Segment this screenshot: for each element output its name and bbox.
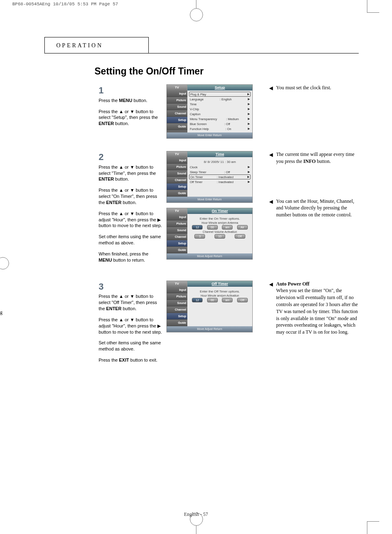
arrow-right-icon: ▶ <box>248 98 250 101</box>
note-4: ◀ Auto Power Off When you set the timer … <box>269 281 360 336</box>
osd-tv-label: TV <box>167 85 187 91</box>
step-number: 3 <box>99 281 162 293</box>
text: button to return. <box>112 258 145 262</box>
step-1-row: 1 Press the MENU button. Press the ▲ or … <box>41 84 366 139</box>
osd-side-sound: Sound <box>167 170 187 177</box>
osd-on-timer: TV On Timer Input Picture Sound Channel … <box>166 208 253 260</box>
text: button. <box>114 176 129 181</box>
osd-datetime: 8/ 8/ 2005/ 11 : 30 am <box>189 158 251 165</box>
step-3-row: 3 Press the ▲ or ▼ button to select "Off… <box>41 281 366 368</box>
arrow-right-icon: ▶ <box>248 112 250 116</box>
osd-side-input: Input <box>167 157 187 164</box>
osd-title: Time <box>187 151 252 157</box>
arrow-right-icon: ▶ <box>248 180 250 183</box>
text: ENTER <box>99 121 114 126</box>
osd-col-head: Channel Volume Activation <box>189 230 251 233</box>
osd-off-timer: TV Off Timer Input Picture Sound Channel… <box>166 281 253 332</box>
text: When finished, press the <box>99 251 148 256</box>
text: Press the <box>99 98 119 103</box>
note-text: You can set the Hour, Minute, Channel, a… <box>276 198 360 218</box>
text: ENTER <box>106 306 121 311</box>
arrow-right-icon: ▶ <box>248 127 250 130</box>
text: Press the ▲ or ▼ button to select "Time"… <box>99 165 156 176</box>
arrow-right-icon: ▶ <box>248 107 250 111</box>
osd-side-sound: Sound <box>167 227 187 234</box>
osd-side-setup: Setup <box>167 117 187 123</box>
arrow-right-icon: ▶ <box>248 122 250 125</box>
osd-side-picture: Picture <box>167 293 187 300</box>
text: Press the ▲ or ▼ button to select "Setup… <box>99 109 158 120</box>
osd-activation: Off <box>237 298 248 302</box>
osd-sidebar: Input Picture Sound Channel Setup Guide <box>167 157 187 197</box>
osd-side-input: Input <box>167 91 187 97</box>
text: Press the <box>99 358 119 362</box>
osd-side-picture: Picture <box>167 164 187 170</box>
step-number: 1 <box>99 84 162 97</box>
step-number: 2 <box>99 151 162 163</box>
step-3-text: 3 Press the ▲ or ▼ button to select "Off… <box>99 281 162 368</box>
text: button. <box>122 200 137 205</box>
osd-prompt: Enter the Off Timer options. <box>189 288 251 294</box>
osd-item: Function Help <box>190 127 209 131</box>
osd-side-channel: Channel <box>167 234 187 240</box>
osd-side-picture: Picture <box>167 221 187 227</box>
arrow-right-icon: ▶ <box>248 102 250 106</box>
osd-footer: Move Adjust Return <box>167 253 252 259</box>
osd-side-picture: Picture <box>167 97 187 104</box>
pointer-left-icon: ◀ <box>269 198 273 218</box>
text: Press the ▲ or ▼ button to adjust "Hour"… <box>99 211 162 229</box>
osd-time-menu: TV Time Input Picture Sound Channel Setu… <box>166 151 253 203</box>
text: button. <box>114 121 129 126</box>
osd-side-channel: Channel <box>167 177 187 183</box>
step-2-row: 2 Press the ▲ or ▼ button to select "Tim… <box>41 151 366 268</box>
note-3: ◀ You can set the Hour, Minute, Channel,… <box>269 198 360 218</box>
osd-side-input: Input <box>167 287 187 293</box>
osd-side-channel: Channel <box>167 110 187 117</box>
step-2-text: 2 Press the ▲ or ▼ button to select "Tim… <box>99 151 162 268</box>
osd-sidebar: Input Picture Sound Channel Setup Guide <box>167 214 187 253</box>
osd-activation: Off <box>235 234 245 239</box>
print-header: BP68-00545AEng 10/18/05 5:53 PM Page 57 <box>12 2 118 7</box>
osd-col-head: Hour Minute am/pm Antenna <box>189 221 251 224</box>
pointer-left-icon: ◀ <box>269 281 273 336</box>
osd-item: V-Chip <box>190 107 199 111</box>
section-label: OPERATION <box>56 42 103 49</box>
step-1-text: 1 Press the MENU button. Press the ▲ or … <box>99 84 162 139</box>
osd-side-guide: Guide <box>167 190 187 197</box>
osd-item: Clock <box>190 165 198 169</box>
text: MENU <box>119 98 132 103</box>
osd-side-setup: Setup <box>167 240 187 247</box>
note-title: Auto Power Off <box>276 281 309 287</box>
crop-mark-corner <box>367 522 367 534</box>
stray-text: g <box>0 309 2 316</box>
osd-channel: 3 <box>194 234 205 239</box>
text: When you set the timer "On", the televis… <box>276 288 358 335</box>
osd-hour: 12 <box>192 298 203 302</box>
osd-value: : Off <box>224 170 230 174</box>
arrow-right-icon: ▶ <box>248 117 250 121</box>
osd-title: Off Timer <box>187 281 252 287</box>
osd-prompt: Enter the On Timer options. <box>189 215 251 221</box>
text: button. <box>316 158 331 164</box>
osd-side-guide: Guide <box>167 123 187 130</box>
osd-ampm: am <box>222 225 233 230</box>
osd-item: Plug & Play <box>190 93 206 96</box>
osd-tv-label: TV <box>167 208 187 214</box>
osd-side-channel: Channel <box>167 306 187 313</box>
note-2: ◀ The current time will appear every tim… <box>269 151 360 165</box>
note-1: ◀ You must set the clock first. <box>269 84 360 92</box>
osd-volume: 10 <box>214 234 225 239</box>
text: button. <box>132 98 148 103</box>
crop-mark-left <box>0 257 9 269</box>
osd-minute: 00 <box>207 298 218 302</box>
osd-item: Caption <box>190 112 201 116</box>
osd-tv-label: TV <box>167 281 187 287</box>
pointer-left-icon: ◀ <box>269 151 273 165</box>
osd-item: Sleep Timer <box>190 170 206 174</box>
osd-ampm: am <box>222 298 233 302</box>
osd-side-input: Input <box>167 214 187 221</box>
osd-content: Enter the Off Timer options. Hour Minute… <box>187 287 252 326</box>
text: Set other items using the same method as… <box>99 340 162 352</box>
pointer-left-icon: ◀ <box>269 85 273 92</box>
osd-hour: 12 <box>192 225 203 230</box>
